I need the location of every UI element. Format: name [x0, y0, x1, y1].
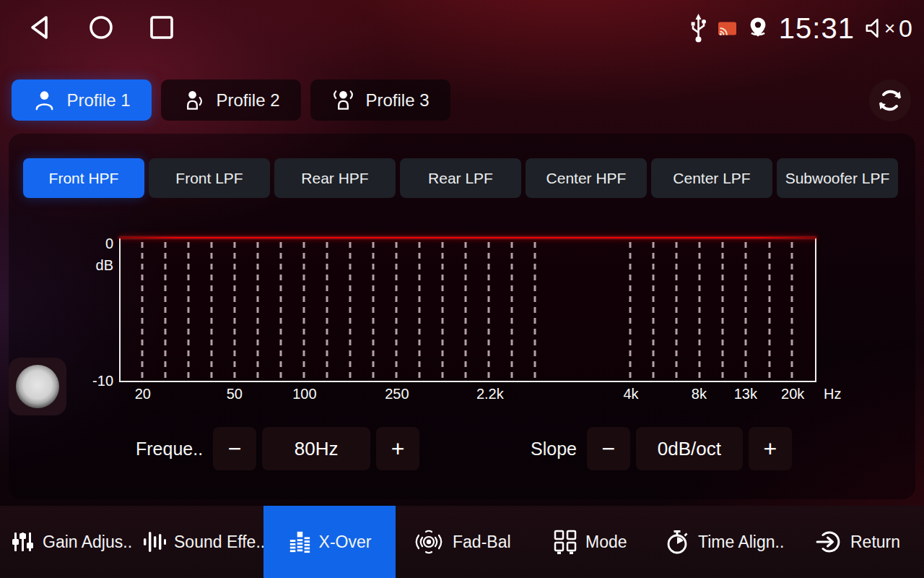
volume-muted-indicator: × 0 — [864, 14, 912, 43]
chart-gridline — [233, 242, 235, 378]
profile-tab-label: Profile 2 — [216, 90, 279, 111]
user-sound-icon — [182, 88, 206, 112]
return-arrow-icon — [816, 530, 842, 554]
nav-time-align[interactable]: Time Align.. — [666, 506, 784, 578]
x-tick-8k: 8k — [692, 386, 707, 402]
nav-label: Mode — [585, 532, 627, 552]
mute-times-symbol: × — [884, 17, 895, 40]
chart-gridline — [280, 242, 282, 378]
slope-label: Slope — [531, 439, 577, 460]
slope-value: 0dB/oct — [636, 427, 743, 470]
profile-tabs: Profile 1 Profile 2 Profile 3 — [12, 79, 450, 121]
stopwatch-icon — [666, 529, 690, 555]
chart-gridline — [487, 242, 489, 378]
x-tick-4k: 4k — [624, 386, 639, 402]
location-icon — [746, 17, 770, 40]
x-tick-100: 100 — [292, 386, 316, 402]
x-tick-250: 250 — [385, 386, 409, 402]
filter-tab-center-lpf[interactable]: Center LPF — [651, 158, 772, 198]
chart-gridline — [372, 242, 375, 378]
response-curve — [119, 237, 816, 238]
chart-gridline — [791, 242, 793, 378]
frequency-label: Freque.. — [136, 439, 203, 460]
nav-gain-adjust[interactable]: Gain Adjus.. — [10, 506, 132, 578]
nav-mode[interactable]: Mode — [553, 506, 627, 578]
usb-icon — [689, 13, 708, 43]
frequency-minus-button[interactable]: − — [213, 427, 256, 470]
x-tick-2.2k: 2.2k — [476, 386, 504, 402]
cast-icon — [718, 20, 737, 37]
chart-gridline — [164, 242, 166, 378]
frequency-response-chart: 0 dB -10 Hz 20501002502.2k4k8k13k20k — [119, 238, 816, 382]
bottom-navigation: Gain Adjus.. Sound Effe.. X-Over — [0, 506, 924, 578]
chart-gridline — [326, 242, 328, 378]
nav-label: Return — [850, 532, 900, 552]
chart-gridline — [534, 242, 536, 378]
chart-gridline — [652, 242, 654, 378]
frequency-plus-button[interactable]: + — [376, 427, 419, 470]
sync-icon — [877, 87, 903, 113]
x-tick-13k: 13k — [734, 386, 757, 402]
crossover-panel: Front HPFFront LPFRear HPFRear LPFCenter… — [9, 134, 915, 499]
chart-gridline — [349, 242, 352, 378]
y-tick-0: 0 — [80, 236, 113, 252]
chart-gridline — [629, 242, 632, 378]
chart-gridline — [465, 242, 467, 378]
chart-gridline — [768, 242, 770, 378]
x-tick-50: 50 — [227, 386, 243, 402]
filter-tab-front-hpf[interactable]: Front HPF — [23, 158, 144, 198]
status-bar: 15:31 × 0 — [0, 0, 924, 56]
chart-gridline — [744, 242, 746, 378]
chart-gridline — [699, 242, 701, 378]
frequency-value: 80Hz — [262, 427, 370, 470]
chart-gridline — [675, 242, 677, 378]
chart-gridline — [722, 242, 724, 378]
chart-gridline — [395, 242, 397, 378]
volume-knob[interactable] — [9, 358, 66, 415]
chart-gridline — [141, 242, 143, 378]
profile-tab-label: Profile 3 — [365, 90, 429, 111]
profile-tab-1[interactable]: Profile 1 — [12, 79, 152, 121]
user-surround-icon — [331, 88, 355, 112]
chart-gridline — [510, 242, 513, 378]
volume-level: 0 — [899, 14, 912, 43]
speaker-muted-icon — [864, 18, 883, 38]
nav-x-over[interactable]: X-Over — [263, 506, 396, 578]
filter-tab-rear-hpf[interactable]: Rear HPF — [274, 158, 396, 198]
filter-tab-front-lpf[interactable]: Front LPF — [149, 158, 270, 198]
chart-gridline — [302, 242, 305, 378]
frequency-control: Freque.. − 80Hz + — [136, 427, 419, 470]
nav-label: Gain Adjus.. — [43, 532, 132, 552]
chart-gridline — [257, 242, 259, 378]
filter-tab-rear-lpf[interactable]: Rear LPF — [400, 158, 521, 198]
profile-tab-3[interactable]: Profile 3 — [310, 79, 450, 121]
nav-return[interactable]: Return — [816, 506, 900, 578]
chart-gridline — [211, 242, 213, 378]
x-tick-20: 20 — [135, 386, 151, 402]
nav-label: X-Over — [319, 532, 372, 552]
knob-dial[interactable] — [16, 365, 59, 408]
x-tick-20k: 20k — [781, 386, 804, 402]
nav-fad-bal[interactable]: Fad-Bal — [413, 506, 511, 578]
clock: 15:31 — [779, 12, 855, 45]
waveform-icon — [141, 530, 166, 554]
profile-tab-label: Profile 1 — [66, 90, 130, 111]
filter-tab-subwoofer-lpf[interactable]: Subwoofer LPF — [777, 158, 898, 198]
equalizer-icon — [288, 530, 311, 553]
chart-gridline — [442, 242, 444, 378]
slope-minus-button[interactable]: − — [587, 427, 630, 470]
nav-sound-effects[interactable]: Sound Effe.. — [141, 506, 265, 578]
mixer-sliders-icon — [10, 530, 35, 554]
slope-control: Slope − 0dB/oct + — [531, 427, 792, 470]
recents-icon[interactable] — [149, 14, 175, 40]
profile-tab-2[interactable]: Profile 2 — [161, 79, 301, 121]
surround-speaker-icon — [413, 529, 445, 555]
back-icon[interactable] — [27, 14, 53, 40]
home-icon[interactable] — [88, 14, 114, 40]
y-axis-unit: dB — [80, 257, 113, 274]
slope-plus-button[interactable]: + — [749, 427, 792, 470]
chart-gridline — [188, 242, 190, 378]
refresh-button[interactable] — [869, 79, 911, 121]
filter-tab-center-hpf[interactable]: Center HPF — [526, 158, 647, 198]
filter-tabs: Front HPFFront LPFRear HPFRear LPFCenter… — [23, 158, 898, 198]
